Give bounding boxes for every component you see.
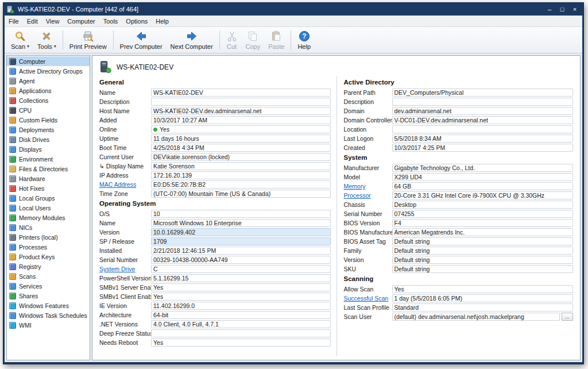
field-value[interactable]: 11.402.16299.0 [151,302,331,310]
sidebar-item-local-users[interactable]: Local Users [7,203,90,213]
field-value[interactable]: dev.adminarsenal.net [392,107,574,115]
field-value[interactable]: 20-Core 3.31 GHz Intel Core i9-7900X CPU… [392,191,574,199]
minimize-button[interactable]: – [543,4,556,14]
field-label-link[interactable]: System Drive [98,266,151,272]
sidebar-item-product-keys[interactable]: Product Keys [7,252,90,262]
field-value[interactable]: Default string [392,237,574,245]
menu-item-tools[interactable]: Tools [99,16,122,26]
field-value[interactable]: Yes [151,125,331,133]
print-preview-button[interactable]: Print Preview [65,28,111,52]
sidebar-item-hardware[interactable]: Hardware [7,174,90,183]
sidebar-item-registry[interactable]: Registry [7,262,90,271]
sidebar-item-shares[interactable]: Shares [7,291,90,301]
field-value[interactable]: Microsoft Windows 10 Enterprise [151,219,331,227]
field-value[interactable]: V-DC01-DEV.dev.adminarsenal.net [392,116,574,124]
field-value[interactable]: 11 days 16 hours [151,134,331,143]
field-label-link[interactable]: Processor [343,192,392,199]
sidebar-item-custom-fields[interactable]: Custom Fields [7,115,90,125]
field-value[interactable]: 074255 [392,210,574,218]
field-value[interactable] [392,98,574,106]
close-button[interactable]: × [568,4,581,14]
field-value[interactable]: 10/3/2017 10:27 AM [151,116,331,124]
field-value[interactable]: (UTC-07:00) Mountain Time (US & Canada) [151,190,331,198]
field-value[interactable]: WS-KATIE02-DEV [151,89,331,97]
scan-button[interactable]: Scan▾ [7,28,33,52]
sidebar-item-applications[interactable]: Applications [7,86,90,95]
sidebar-item-printers-local[interactable]: Printers (local) [7,232,90,242]
browse-button[interactable]: ... [562,313,573,321]
field-value[interactable]: F4 [392,219,574,227]
sidebar-item-environment[interactable]: Environment [7,154,90,164]
field-value[interactable]: 4/25/2018 4:34 PM [151,144,331,152]
field-value[interactable]: Yes [392,285,574,293]
sidebar-item-nics[interactable]: NICs [7,222,90,232]
sidebar-item-wmi[interactable]: WMI [7,320,90,330]
field-value[interactable]: 4.0 Client, 4.0 Full, 4.7.1 [151,320,331,328]
maximize-button[interactable]: □ [556,4,568,14]
field-value[interactable]: Default string [392,247,574,255]
sidebar-item-active-directory-groups[interactable]: Active Directory Groups [7,66,90,76]
field-value[interactable]: Yes [151,293,331,301]
field-value[interactable]: 5/5/2018 8:34 AM [392,134,574,143]
field-value[interactable]: (default) dev.adminarsenal.net\josh.mack… [392,313,560,321]
sidebar-item-scans[interactable]: Scans [7,271,90,281]
sidebar-item-services[interactable]: Services [7,281,90,291]
field-value[interactable]: 172.16.20.139 [151,171,331,179]
sidebar-item-displays[interactable]: Displays [7,144,90,154]
field-value[interactable]: 00329-10438-00000-AA749 [151,256,331,264]
field-value[interactable]: DEV_Computers/Physical [392,89,574,97]
field-value[interactable]: Default string [392,256,574,264]
help-button[interactable]: ?Help [293,28,315,52]
prev-computer-button[interactable]: Prev Computer [116,28,167,52]
field-value[interactable]: 10.0.16299.402 [151,228,331,236]
field-value[interactable]: Gigabyte Technology Co., Ltd. [392,164,574,172]
field-value[interactable]: Desktop [392,201,574,209]
menu-item-file[interactable]: File [5,16,23,26]
field-label-link[interactable]: MAC Address [98,181,151,188]
field-value[interactable]: Default string [392,265,574,273]
field-value[interactable]: WS-KATIE02-DEV.dev.adminarsenal.net [151,107,331,115]
sidebar-item-hot-fixes[interactable]: Hot Fixes [7,183,90,193]
field-value[interactable] [392,125,574,133]
field-value[interactable]: DEV\katie.sorenson (locked) [151,153,331,161]
sidebar-item-deployments[interactable]: Deployments [7,125,90,134]
sidebar-item-local-groups[interactable]: Local Groups [7,193,90,203]
sidebar-item-windows-features[interactable]: Windows Features [7,301,90,310]
field-value[interactable]: 10 [151,210,331,218]
field-value[interactable]: 1 day (5/5/2018 6:05 PM) [392,294,574,302]
sidebar-item-computer[interactable]: Computer [7,56,90,66]
field-value[interactable] [151,329,331,337]
menu-item-options[interactable]: Options [122,16,152,26]
field-value[interactable] [151,98,331,106]
menu-item-help[interactable]: Help [152,16,173,26]
field-value[interactable]: E0:D5:5E:20:7B:B2 [151,180,331,189]
tools-button[interactable]: Tools▾ [33,28,60,52]
field-value[interactable]: 2/21/2018 12:46:15 PM [151,247,331,255]
menu-item-computer[interactable]: Computer [63,16,99,26]
field-label-link[interactable]: Successful Scan [343,295,392,302]
sidebar-item-files-directories[interactable]: Files & Directories [7,164,90,174]
sidebar-item-processes[interactable]: Processes [7,242,90,252]
field-value[interactable]: 1709 [151,237,331,245]
field-value[interactable]: Katie Sorenson [151,162,331,170]
sidebar-item-memory-modules[interactable]: Memory Modules [7,213,90,222]
field-value[interactable]: Standard [392,303,574,312]
sidebar-item-cpu[interactable]: CPU [7,105,90,115]
menu-item-edit[interactable]: Edit [23,16,42,26]
field-value[interactable]: Yes [151,339,331,347]
field-value[interactable]: Yes [151,283,331,291]
sidebar-item-agent[interactable]: Agent [7,76,90,86]
field-value[interactable]: X299 UD4 [392,173,574,181]
sidebar-item-collections[interactable]: Collections [7,95,90,105]
field-value[interactable]: 5.1.16299.15 [151,274,331,282]
next-computer-button[interactable]: Next Computer [167,28,217,52]
field-value[interactable]: 10/3/2017 4:25 PM [392,144,574,152]
sidebar-item-windows-task-schedules[interactable]: Windows Task Schedules [7,310,90,320]
field-value[interactable]: C [151,265,331,273]
field-value[interactable]: American Megatrends Inc. [392,228,574,236]
sidebar-item-disk-drives[interactable]: Disk Drives [7,134,90,144]
field-value[interactable]: 64 GB [392,182,574,190]
menu-item-view[interactable]: View [42,16,64,26]
field-value[interactable]: 64-bit [151,311,331,319]
field-label-link[interactable]: Memory [343,183,392,190]
